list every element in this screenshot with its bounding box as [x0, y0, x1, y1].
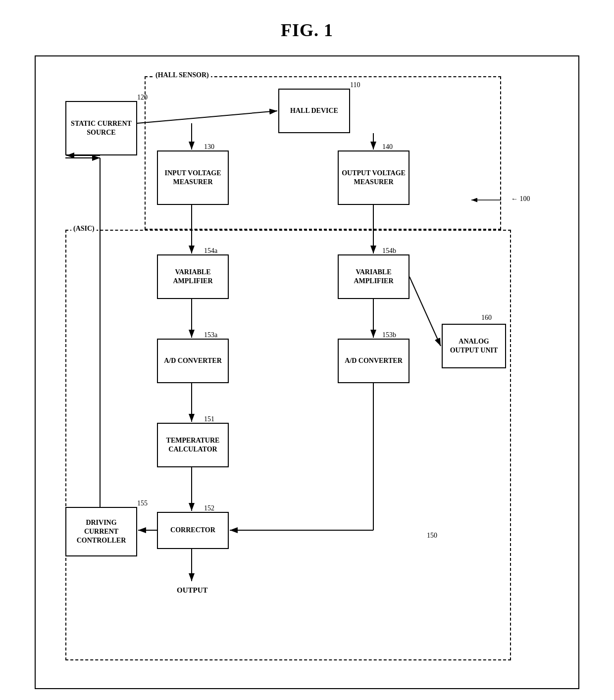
corrector-ref: 152 [204, 504, 214, 512]
hall-device-ref: 110 [350, 81, 360, 89]
asic-label: (ASIC) [71, 225, 97, 233]
input-voltage-measurer-block: INPUT VOLTAGE MEASURER [157, 150, 229, 205]
ad-converter-b-block: A/D CONVERTER [338, 339, 409, 383]
static-current-source-ref: 120 [137, 94, 148, 101]
input-voltage-measurer-ref: 130 [204, 143, 214, 151]
variable-amplifier-a-ref: 154a [204, 247, 217, 255]
driving-current-controller-block: DRIVING CURRENT CONTROLLER [65, 507, 137, 556]
ad-converter-a-block: A/D CONVERTER [157, 339, 229, 383]
hall-sensor-label: (HALL SENSOR) [154, 71, 211, 79]
output-voltage-measurer-ref: 140 [382, 143, 393, 151]
ad-converter-a-ref: 153a [204, 331, 217, 339]
variable-amplifier-b-ref: 154b [382, 247, 396, 255]
asic-region: (ASIC) [65, 230, 511, 660]
ref-150: 150 [427, 532, 437, 540]
page-title: FIG. 1 [281, 20, 333, 41]
output-voltage-measurer-block: OUTPUT VOLTAGE MEASURER [338, 150, 409, 205]
hall-device-block: HALL DEVICE [278, 89, 350, 133]
diagram-container: (HALL SENSOR) (ASIC) ← 100 150 STATIC CU… [35, 55, 579, 689]
temperature-calculator-ref: 151 [204, 415, 214, 423]
analog-output-unit-ref: 160 [481, 314, 492, 322]
analog-output-unit-block: ANALOG OUTPUT UNIT [442, 324, 506, 368]
output-label: OUTPUT [177, 586, 208, 595]
temperature-calculator-block: TEMPERATURE CALCULATOR [157, 423, 229, 467]
ad-converter-b-ref: 153b [382, 331, 396, 339]
variable-amplifier-a-block: VARIABLE AMPLIFIER [157, 254, 229, 299]
static-current-source-block: STATIC CURRENT SOURCE [65, 101, 137, 155]
driving-current-controller-ref: 155 [137, 500, 148, 507]
variable-amplifier-b-block: VARIABLE AMPLIFIER [338, 254, 409, 299]
ref-100: ← 100 [511, 195, 530, 203]
corrector-block: CORRECTOR [157, 512, 229, 549]
